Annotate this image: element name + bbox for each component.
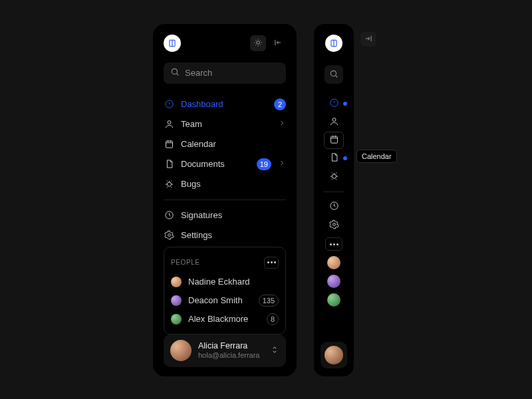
user-card[interactable] xyxy=(321,342,347,368)
expand-right-icon xyxy=(364,34,373,45)
bug-icon xyxy=(164,179,174,189)
nav-item-bugs[interactable] xyxy=(314,168,354,186)
bug-icon xyxy=(329,171,339,183)
person-count: 8 xyxy=(267,313,279,325)
svg-point-5 xyxy=(168,121,171,124)
signatures-icon xyxy=(329,201,339,213)
nav-label: Bugs xyxy=(181,179,286,189)
nav-item-dashboard[interactable] xyxy=(314,94,354,113)
nav-item-settings[interactable] xyxy=(314,216,354,235)
theme-toggle-button[interactable] xyxy=(250,35,266,51)
nav-label: Documents xyxy=(181,159,250,169)
nav-item-dashboard[interactable]: Dashboard 2 xyxy=(164,94,286,114)
people-title: PEOPLE xyxy=(171,259,200,266)
chevron-right-icon xyxy=(278,159,286,169)
nav-item-team[interactable]: Team xyxy=(164,114,286,134)
svg-rect-6 xyxy=(166,141,172,148)
avatar xyxy=(171,314,182,325)
signatures-icon xyxy=(164,210,174,220)
person-name: Deacon Smith xyxy=(188,295,252,305)
search-icon xyxy=(170,67,180,78)
person-row[interactable]: Deacon Smith 135 xyxy=(171,291,279,310)
nav-item-documents[interactable]: Documents 19 xyxy=(164,154,286,174)
people-avatars xyxy=(327,256,340,307)
nav-item-settings[interactable]: Settings xyxy=(164,225,286,245)
nav-item-documents[interactable] xyxy=(314,149,354,168)
tooltip-text: Calendar xyxy=(362,152,392,160)
search-button[interactable] xyxy=(325,65,343,84)
app-logo[interactable] xyxy=(164,35,181,52)
user-card[interactable]: Alicia Ferrara hola@alicia.ferrara xyxy=(164,334,286,367)
document-icon xyxy=(164,159,174,169)
svg-rect-15 xyxy=(331,136,337,143)
svg-point-7 xyxy=(167,182,171,186)
avatar xyxy=(171,277,182,287)
svg-point-9 xyxy=(168,234,170,237)
nav-item-calendar[interactable]: Calendar xyxy=(164,134,286,154)
nav-label: Signatures xyxy=(181,210,286,220)
person-avatar[interactable] xyxy=(327,275,340,288)
people-more-button[interactable] xyxy=(325,237,342,251)
nav-badge: 19 xyxy=(257,158,271,170)
nav-divider xyxy=(323,192,344,192)
collapse-sidebar-button[interactable] xyxy=(270,35,286,51)
user-email: hola@alicia.ferrara xyxy=(198,351,263,360)
user-avatar xyxy=(170,340,192,361)
svg-point-3 xyxy=(172,69,177,74)
svg-point-18 xyxy=(332,223,335,226)
nav-item-bugs[interactable]: Bugs xyxy=(164,174,286,194)
sun-icon xyxy=(253,38,263,49)
people-section: PEOPLE Nadine Eckhard Deacon Smith 135 A… xyxy=(164,247,286,334)
expand-sidebar-button[interactable] xyxy=(360,32,376,47)
nav-label: Calendar xyxy=(181,139,286,149)
settings-icon xyxy=(329,219,339,231)
search-input-wrapper[interactable] xyxy=(164,63,286,84)
nav-badge: 2 xyxy=(274,98,286,110)
nav-label: Dashboard xyxy=(181,99,267,109)
team-icon xyxy=(329,116,339,128)
sidebar-header xyxy=(164,35,286,52)
chevron-right-icon xyxy=(278,119,286,129)
nav-item-team[interactable] xyxy=(314,113,354,132)
notification-dot xyxy=(343,156,347,160)
svg-point-16 xyxy=(332,174,336,178)
settings-icon xyxy=(164,230,174,240)
sidebar-expanded: Dashboard 2 Team Calendar Documents 19 B… xyxy=(153,24,297,376)
tooltip: Calendar xyxy=(356,150,397,163)
svg-point-12 xyxy=(331,70,336,76)
person-row[interactable]: Alex Blackmore 8 xyxy=(171,310,279,329)
chevrons-vertical-icon xyxy=(270,346,279,356)
svg-point-2 xyxy=(257,41,260,44)
dots-icon xyxy=(330,243,332,245)
team-icon xyxy=(164,119,174,129)
avatar xyxy=(171,295,182,306)
sidebar-collapsed xyxy=(314,24,354,376)
calendar-icon xyxy=(329,134,339,146)
document-icon xyxy=(329,152,339,164)
nav-label: Team xyxy=(181,119,271,129)
person-name: Nadine Eckhard xyxy=(188,277,279,287)
app-logo[interactable] xyxy=(325,35,342,52)
person-row[interactable]: Nadine Eckhard xyxy=(171,273,279,291)
search-input[interactable] xyxy=(185,68,279,78)
nav-divider xyxy=(164,200,286,200)
user-name: Alicia Ferrara xyxy=(198,341,263,351)
person-name: Alex Blackmore xyxy=(188,314,260,324)
svg-point-14 xyxy=(332,118,336,122)
notification-dot xyxy=(343,102,347,106)
search-icon xyxy=(329,69,338,80)
person-avatar[interactable] xyxy=(327,293,340,307)
people-more-button[interactable] xyxy=(264,257,279,269)
nav-item-calendar[interactable] xyxy=(324,132,344,149)
nav-item-signatures[interactable]: Signatures xyxy=(164,205,286,225)
user-menu-button[interactable] xyxy=(270,345,279,356)
user-avatar xyxy=(325,346,343,364)
person-count: 135 xyxy=(259,295,279,307)
person-avatar[interactable] xyxy=(327,256,340,269)
primary-nav: Dashboard 2 Team Calendar Documents 19 B… xyxy=(164,94,286,245)
nav-item-signatures[interactable] xyxy=(314,198,354,216)
dashboard-icon xyxy=(164,99,174,109)
dots-icon xyxy=(267,261,269,263)
calendar-icon xyxy=(164,139,174,149)
dashboard-icon xyxy=(329,98,339,110)
